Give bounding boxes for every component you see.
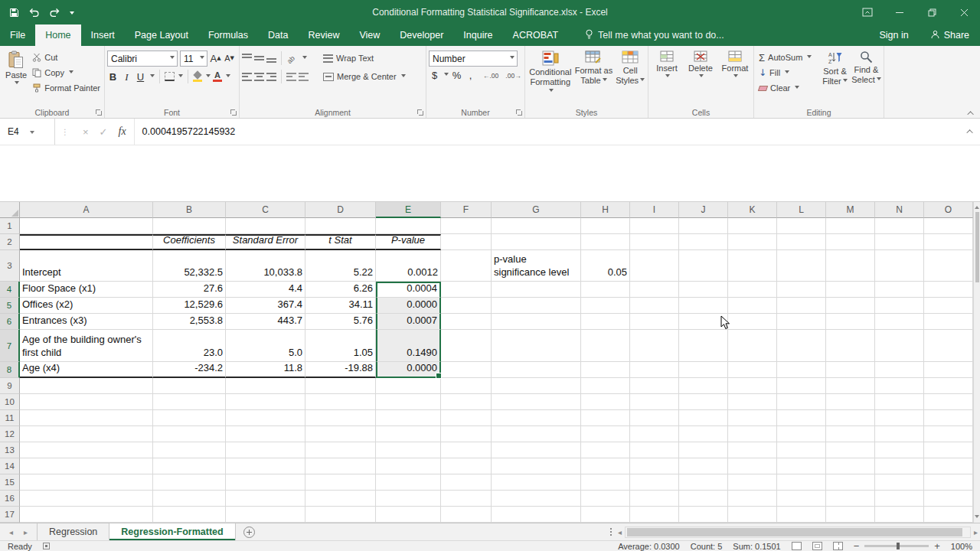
cell-L7[interactable] [777, 330, 826, 362]
cell-E15[interactable] [376, 474, 441, 491]
cell-N12[interactable] [875, 426, 924, 442]
cell-H13[interactable] [581, 442, 630, 458]
cell-I11[interactable] [630, 410, 679, 426]
tab-splitter-handle[interactable] [610, 528, 612, 536]
fill-color-icon[interactable] [193, 71, 202, 82]
cell-I13[interactable] [630, 442, 679, 458]
ribbon-tab-review[interactable]: Review [298, 24, 349, 46]
collapse-formula-bar-icon[interactable] [962, 119, 980, 145]
cell-K17[interactable] [728, 507, 777, 523]
undo-icon[interactable] [28, 8, 40, 18]
cell-A9[interactable] [20, 378, 153, 394]
bold-button[interactable]: B [107, 71, 119, 83]
cell-F9[interactable] [441, 378, 492, 394]
cell-K3[interactable] [728, 250, 777, 282]
cell-C13[interactable] [226, 442, 305, 458]
record-macro-icon[interactable] [43, 543, 50, 549]
cell-I10[interactable] [630, 394, 679, 410]
cell-A1[interactable] [20, 218, 153, 234]
borders-icon[interactable] [165, 72, 175, 81]
cell-D5[interactable]: 34.11 [305, 298, 376, 314]
format-as-table-button[interactable]: Format as Table [573, 48, 615, 106]
column-header-M[interactable]: M [826, 202, 875, 218]
cell-I12[interactable] [630, 426, 679, 442]
cell-J16[interactable] [679, 491, 728, 507]
insert-cells-button[interactable]: Insert [652, 48, 682, 106]
cell-C7[interactable]: 5.0 [226, 330, 305, 362]
cell-H11[interactable] [581, 410, 630, 426]
cell-G17[interactable] [492, 507, 581, 523]
row-header-3[interactable]: 3 [0, 250, 20, 282]
cell-K10[interactable] [728, 394, 777, 410]
cell-N16[interactable] [875, 491, 924, 507]
cell-N6[interactable] [875, 314, 924, 330]
cell-J2[interactable] [679, 234, 728, 250]
column-header-A[interactable]: A [20, 202, 153, 218]
cell-B4[interactable]: 27.6 [153, 282, 226, 298]
cell-O4[interactable] [924, 282, 973, 298]
insert-function-icon[interactable]: fx [119, 126, 126, 138]
cell-N5[interactable] [875, 298, 924, 314]
font-color-icon[interactable]: A [213, 71, 222, 82]
cell-D2[interactable]: t Stat [305, 234, 376, 250]
cell-B16[interactable] [153, 491, 226, 507]
cell-K2[interactable] [728, 234, 777, 250]
cell-J4[interactable] [679, 282, 728, 298]
cell-C8[interactable]: 11.8 [226, 362, 305, 378]
cell-A10[interactable] [20, 394, 153, 410]
vertical-scrollbar[interactable] [973, 202, 980, 523]
cell-C12[interactable] [226, 426, 305, 442]
new-sheet-icon[interactable] [243, 527, 255, 538]
borders-dropdown-icon[interactable] [178, 74, 183, 80]
conditional-formatting-button[interactable]: Conditional Formatting [528, 48, 573, 106]
cell-N14[interactable] [875, 458, 924, 474]
decrease-decimal-icon[interactable]: .00→ [503, 70, 523, 81]
ribbon-tab-view[interactable]: View [349, 24, 390, 46]
cell-A2[interactable] [20, 234, 153, 250]
cell-F8[interactable] [441, 362, 492, 378]
autosum-button[interactable]: Σ AutoSum [756, 50, 819, 65]
format-cells-button[interactable]: Format [719, 48, 751, 106]
cell-O5[interactable] [924, 298, 973, 314]
vertical-scroll-thumb[interactable] [975, 212, 979, 282]
cell-O14[interactable] [924, 458, 973, 474]
cell-D9[interactable] [305, 378, 376, 394]
cell-M8[interactable] [826, 362, 875, 378]
cell-B11[interactable] [153, 410, 226, 426]
cell-G3[interactable]: p-value significance level [492, 250, 581, 282]
normal-view-icon[interactable] [792, 542, 802, 550]
cell-B5[interactable]: 12,529.6 [153, 298, 226, 314]
cell-I2[interactable] [630, 234, 679, 250]
cell-G14[interactable] [492, 458, 581, 474]
bottom-align-icon[interactable] [266, 54, 276, 63]
find-select-button[interactable]: Find & Select [851, 48, 882, 106]
zoom-slider-thumb[interactable] [897, 543, 900, 549]
cell-B2[interactable]: Coefficients [153, 234, 226, 250]
previous-sheet-icon[interactable]: ◂ [9, 528, 13, 536]
cell-D11[interactable] [305, 410, 376, 426]
enter-icon[interactable]: ✓ [100, 126, 108, 138]
percent-style-icon[interactable]: % [451, 70, 462, 81]
cell-B14[interactable] [153, 458, 226, 474]
cell-M2[interactable] [826, 234, 875, 250]
cell-I3[interactable] [630, 250, 679, 282]
italic-button[interactable]: I [121, 71, 132, 83]
formula-input[interactable]: 0.0004195722145932 [134, 119, 962, 145]
scroll-down-icon[interactable] [975, 515, 979, 520]
cell-K5[interactable] [728, 298, 777, 314]
cell-H4[interactable] [581, 282, 630, 298]
cell-L16[interactable] [777, 491, 826, 507]
cell-E2[interactable]: P-value [376, 234, 441, 250]
cell-N4[interactable] [875, 282, 924, 298]
column-header-J[interactable]: J [679, 202, 728, 218]
row-header-4[interactable]: 4 [0, 282, 20, 298]
column-header-N[interactable]: N [875, 202, 924, 218]
cell-K11[interactable] [728, 410, 777, 426]
horizontal-scroll-thumb[interactable] [627, 528, 962, 536]
cell-K8[interactable] [728, 362, 777, 378]
cell-C9[interactable] [226, 378, 305, 394]
cell-E14[interactable] [376, 458, 441, 474]
cell-H7[interactable] [581, 330, 630, 362]
cell-J8[interactable] [679, 362, 728, 378]
cell-O17[interactable] [924, 507, 973, 523]
